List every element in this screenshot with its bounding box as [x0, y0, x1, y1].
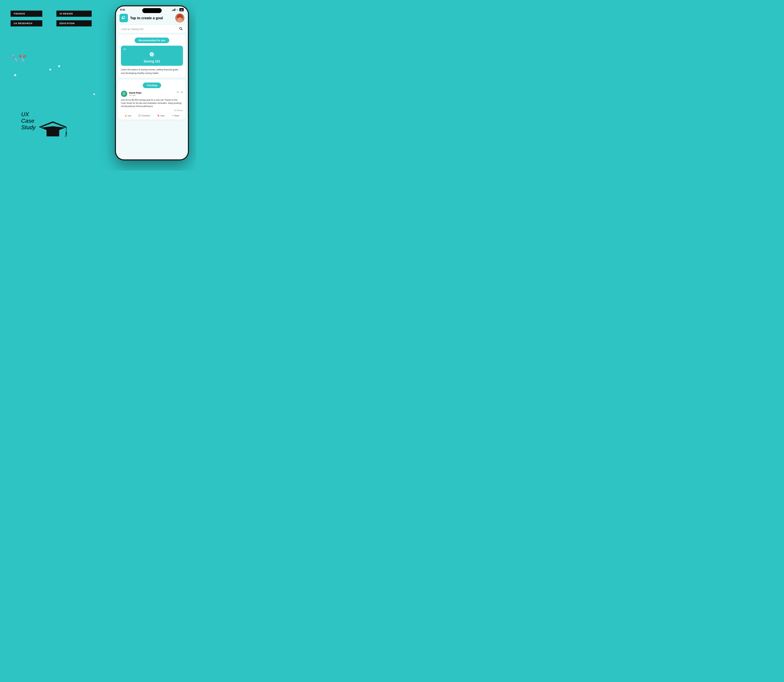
- course-title: Saving 101: [123, 60, 180, 63]
- status-time: 9:41: [120, 8, 125, 11]
- phone-scroll[interactable]: Recommended for you 0/1 $ Saving 101: [116, 35, 188, 159]
- comment-button[interactable]: 💬 Comment: [138, 115, 150, 117]
- trending-badge: Trending: [143, 83, 161, 88]
- avatar[interactable]: [175, 13, 184, 22]
- svg-point-17: [181, 16, 183, 18]
- phone-wrapper: 9:41 ∿ ▬: [115, 5, 189, 164]
- coins-icon: $: [149, 51, 155, 57]
- battery-icon: ▬: [180, 8, 184, 11]
- phone-inner: 9:41 ∿ ▬: [116, 6, 188, 159]
- svg-point-16: [177, 16, 178, 18]
- post-user-info: D David Patel 1hr ago: [121, 91, 142, 97]
- dot-3: [58, 65, 60, 67]
- status-icons: ∿ ▬: [172, 8, 184, 11]
- dot-2: [49, 69, 51, 70]
- tag-ux-research: UX RESEARCH: [11, 20, 42, 26]
- svg-point-5: [65, 132, 67, 134]
- comment-icon: 💬: [138, 115, 141, 117]
- brand-name: CashSmart: [7, 142, 99, 156]
- like-button[interactable]: 👍 Like: [124, 115, 131, 117]
- dot-4: [94, 94, 95, 95]
- post-author: David Patel: [129, 91, 142, 94]
- search-bar[interactable]: Look up 'Saving 101': [119, 25, 185, 33]
- share-icon: ↪: [172, 115, 173, 117]
- comment-label: Comment: [142, 115, 150, 117]
- tag-finance: FINANCE: [11, 11, 42, 17]
- recommended-section: Recommended for you 0/1 $ Saving 101: [118, 35, 186, 78]
- svg-text:$: $: [151, 53, 152, 55]
- more-icon[interactable]: •••: [177, 91, 179, 94]
- phone-outer: 9:41 ∿ ▬: [115, 5, 189, 161]
- dynamic-island: [142, 8, 162, 13]
- tag-ui-design: UI DESIGN: [56, 11, 92, 17]
- tag-education: EDUCATION: [56, 20, 92, 26]
- save-label: Save: [161, 115, 165, 117]
- wrench-icon: 🔧✂️: [11, 55, 27, 62]
- search-svg: [179, 27, 183, 30]
- share-button[interactable]: ↪ Share: [172, 115, 179, 117]
- app-header[interactable]: Tap to create a goal: [116, 12, 188, 24]
- graduation-cap-icon: [39, 118, 67, 141]
- post-header: D David Patel 1hr ago ••• ✕: [121, 91, 183, 97]
- header-left: Tap to create a goal: [119, 14, 163, 22]
- wifi-icon: ∿: [177, 8, 178, 11]
- post-top-actions[interactable]: ••• ✕: [177, 91, 183, 94]
- svg-line-6: [65, 134, 66, 137]
- search-icon[interactable]: [179, 27, 183, 31]
- logo-area: CashSmart: [7, 118, 99, 156]
- save-icon: 🔖: [157, 115, 160, 117]
- post-time: 1hr ago: [129, 94, 142, 96]
- svg-rect-3: [46, 129, 59, 137]
- trending-section: Trending D David Patel 1hr ago ••• ✕: [118, 80, 186, 120]
- avatar-image: [175, 13, 184, 22]
- post-avatar: D: [121, 91, 127, 97]
- post-action-bar: 👍 Like 💬 Comment 🔖 Save ↪: [121, 113, 183, 117]
- search-placeholder: Look up 'Saving 101': [121, 28, 144, 30]
- course-icon: $: [123, 51, 180, 59]
- svg-rect-11: [123, 17, 125, 18]
- svg-line-19: [181, 29, 183, 30]
- like-icon: 👍: [124, 115, 127, 117]
- course-progress: 0/1: [123, 48, 180, 50]
- post-user-details: David Patel 1hr ago: [129, 91, 142, 96]
- course-description: Learn the basics of saving money, settin…: [121, 68, 183, 75]
- share-label: Share: [174, 115, 179, 117]
- goal-icon[interactable]: [119, 14, 128, 22]
- header-title: Tap to create a goal: [130, 16, 163, 20]
- signal-bars-icon: [172, 8, 175, 11]
- ux-case-study-row: UX Case Study 🔧✂️: [11, 55, 27, 62]
- course-card[interactable]: 0/1 $ Saving 101: [121, 46, 183, 66]
- goal-svg-icon: [121, 16, 126, 21]
- post-content: Just hit my $5,000 savings goal for a ne…: [121, 99, 183, 108]
- post-shares: 20 Shares: [121, 109, 183, 112]
- like-label: Like: [127, 115, 131, 117]
- recommended-badge: Recommended for you: [135, 38, 169, 43]
- tags-container: FINANCE UI DESIGN UX RESEARCH EDUCATION: [11, 11, 92, 26]
- dot-1: [14, 74, 16, 76]
- close-icon[interactable]: ✕: [181, 91, 183, 94]
- save-button[interactable]: 🔖 Save: [157, 115, 165, 117]
